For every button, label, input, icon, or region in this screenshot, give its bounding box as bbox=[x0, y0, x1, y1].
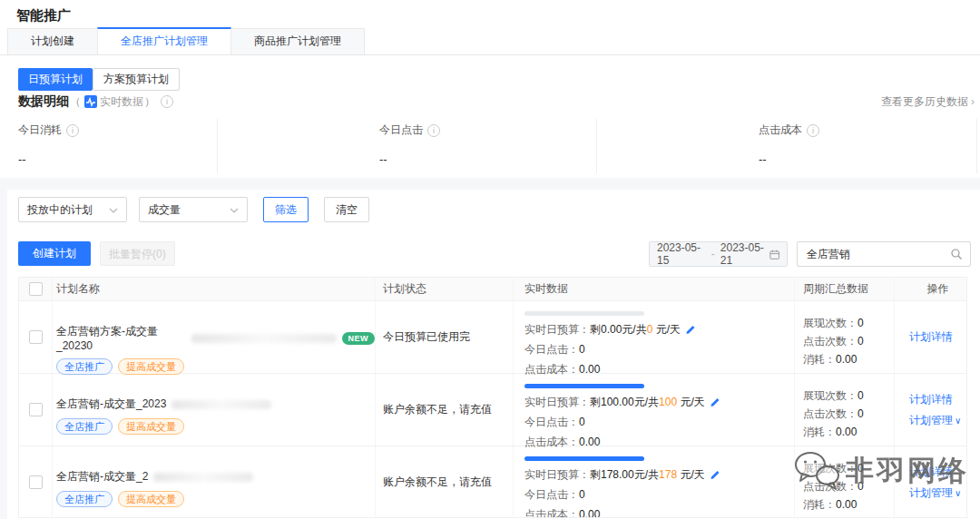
new-badge: NEW bbox=[342, 332, 376, 345]
budget-total: 178 bbox=[659, 468, 677, 481]
metric-label: 今日消耗 bbox=[18, 122, 62, 138]
budget-unit: 元/天 bbox=[677, 396, 705, 408]
metric-select[interactable]: 成交量 bbox=[139, 197, 248, 222]
metric-label: 点击成本 bbox=[759, 122, 802, 138]
row-checkbox[interactable] bbox=[29, 475, 43, 489]
budget-label: 实时日预算： bbox=[524, 396, 590, 408]
smart-promotion-page: 智能推广 计划创建 全店推广计划管理 商品推广计划管理 日预算计划 方案预算计划… bbox=[0, 0, 980, 519]
date-end: 2023-05-21 bbox=[720, 241, 769, 267]
table-header: 计划名称 计划状态 实时数据 周期汇总数据 操作 bbox=[19, 278, 966, 301]
tab-product-promo-manage[interactable]: 商品推广计划管理 bbox=[230, 28, 365, 54]
header-period-summary: 周期汇总数据 bbox=[795, 278, 895, 300]
budget-remain: 剩178.00元/共 bbox=[590, 468, 659, 481]
budget-unit: 元/天 bbox=[652, 323, 681, 336]
view-more-history-link[interactable]: 查看更多历史数据› bbox=[881, 94, 975, 110]
edit-budget-icon[interactable] bbox=[710, 396, 721, 407]
main-tabbar: 计划创建 全店推广计划管理 商品推广计划管理 bbox=[0, 28, 980, 55]
batch-pause-button[interactable]: 批量暂停(0) bbox=[100, 241, 175, 266]
row-checkbox[interactable] bbox=[29, 403, 43, 416]
today-click-label: 今日点击： bbox=[524, 488, 579, 501]
search-box bbox=[797, 241, 971, 267]
info-icon[interactable]: i bbox=[66, 124, 79, 137]
plan-manage-link[interactable]: 计划管理∨ bbox=[909, 485, 966, 501]
date-start: 2023-05-15 bbox=[657, 241, 706, 267]
metric-value: -- bbox=[759, 152, 976, 166]
impressions-value: 0 bbox=[858, 389, 864, 402]
date-separator: - bbox=[711, 248, 715, 260]
page-title: 智能推广 bbox=[16, 7, 71, 24]
subtab-plan-budget[interactable]: 方案预算计划 bbox=[93, 68, 180, 91]
budget-progress-bar bbox=[524, 384, 644, 388]
budget-remain: 剩0.00元/共 bbox=[590, 323, 647, 336]
row-checkbox[interactable] bbox=[29, 330, 43, 344]
click-cost-label: 点击成本： bbox=[524, 508, 579, 518]
plan-detail-link[interactable]: 计划详情 bbox=[909, 392, 966, 407]
clicks-value: 0 bbox=[858, 407, 864, 420]
budget-label: 实时日预算： bbox=[524, 468, 590, 481]
edit-budget-icon[interactable] bbox=[710, 468, 721, 480]
redacted-text bbox=[153, 473, 253, 482]
filter-bar: 投放中的计划 成交量 筛选 清空 bbox=[18, 197, 369, 222]
plan-status-select[interactable]: 投放中的计划 bbox=[18, 197, 127, 222]
select-value: 成交量 bbox=[148, 202, 181, 218]
realtime-data-icon bbox=[84, 95, 97, 108]
budget-unit: 元/天 bbox=[677, 468, 705, 481]
create-plan-button[interactable]: 创建计划 bbox=[18, 241, 91, 266]
today-click-value: 0 bbox=[579, 488, 585, 501]
impressions-label: 展现次数： bbox=[803, 389, 858, 402]
data-detail-header: 数据明细 （ 实时数据 ） i 查看更多历史数据› bbox=[18, 93, 975, 111]
tab-plan-create[interactable]: 计划创建 bbox=[7, 28, 98, 54]
info-icon[interactable]: i bbox=[807, 124, 819, 137]
plan-manage-link[interactable]: 计划管理∨ bbox=[909, 413, 966, 428]
header-plan-name: 计划名称 bbox=[53, 278, 376, 300]
chevron-right-icon: › bbox=[971, 95, 975, 108]
info-icon[interactable]: i bbox=[427, 124, 440, 137]
plan-name: 全店营销-成交量_2 bbox=[56, 469, 148, 485]
budget-total: 100 bbox=[659, 396, 677, 408]
budget-type-switch: 日预算计划 方案预算计划 bbox=[18, 68, 180, 91]
info-icon[interactable]: i bbox=[161, 95, 173, 108]
clicks-label: 点击次数： bbox=[803, 480, 858, 493]
spend-label: 消耗： bbox=[803, 353, 836, 366]
plan-status: 账户余额不足，请充值 bbox=[383, 475, 492, 490]
chevron-down-icon bbox=[109, 205, 118, 215]
search-input[interactable] bbox=[805, 247, 950, 261]
plan-detail-link[interactable]: 计划详情 bbox=[909, 465, 966, 480]
impressions-label: 展现次数： bbox=[803, 462, 858, 475]
tab-store-promo-manage[interactable]: 全店推广计划管理 bbox=[97, 27, 231, 54]
filter-button[interactable]: 筛选 bbox=[263, 197, 309, 222]
search-icon[interactable] bbox=[950, 248, 963, 260]
tag-raise-conversion: 提高成交量 bbox=[118, 491, 184, 507]
tag-store-promo: 全店推广 bbox=[56, 491, 113, 507]
table-row: 全店营销方案-成交量_20230 NEW 全店推广 提高成交量 今日预算已使用完… bbox=[19, 301, 966, 374]
edit-budget-icon[interactable] bbox=[685, 323, 697, 335]
clear-button[interactable]: 清空 bbox=[324, 197, 369, 222]
date-range-picker[interactable]: 2023-05-15 - 2023-05-21 bbox=[649, 241, 788, 267]
budget-progress-bar bbox=[524, 456, 644, 461]
today-click-label: 今日点击： bbox=[524, 343, 579, 356]
plan-detail-link[interactable]: 计划详情 bbox=[909, 329, 966, 345]
clicks-label: 点击次数： bbox=[803, 335, 858, 348]
metrics-panel: 今日消耗i -- 今日点击i -- 点击成本i -- bbox=[18, 119, 977, 173]
subtab-daily-budget[interactable]: 日预算计划 bbox=[18, 68, 93, 91]
budget-progress-bar bbox=[524, 311, 644, 316]
today-click-value: 0 bbox=[579, 343, 585, 356]
table-row: 全店营销-成交量_2 全店推广 提高成交量 账户余额不足，请充值 实时日预算：剩… bbox=[19, 446, 966, 518]
tag-store-promo: 全店推广 bbox=[56, 418, 113, 435]
clicks-value: 0 bbox=[858, 335, 864, 348]
plans-table: 计划名称 计划状态 实时数据 周期汇总数据 操作 全店营销方案-成交量_2023… bbox=[18, 277, 967, 518]
metric-today-spend: 今日消耗i -- bbox=[18, 119, 218, 173]
select-all-checkbox[interactable] bbox=[29, 282, 43, 296]
budget-remain: 剩100.00元/共 bbox=[590, 396, 659, 408]
today-click-label: 今日点击： bbox=[524, 416, 579, 428]
metric-today-clicks: 今日点击i -- bbox=[218, 119, 597, 173]
plan-name: 全店营销-成交量_2023 bbox=[56, 397, 166, 412]
tag-raise-conversion: 提高成交量 bbox=[118, 358, 184, 375]
spend-value: 0.00 bbox=[836, 353, 857, 366]
clicks-label: 点击次数： bbox=[803, 407, 858, 420]
metric-value: -- bbox=[379, 152, 596, 166]
impressions-label: 展现次数： bbox=[803, 317, 858, 329]
plan-status: 今日预算已使用完 bbox=[383, 329, 470, 345]
plan-name: 全店营销方案-成交量_20230 bbox=[56, 324, 186, 352]
chevron-down-icon: ∨ bbox=[955, 416, 961, 426]
